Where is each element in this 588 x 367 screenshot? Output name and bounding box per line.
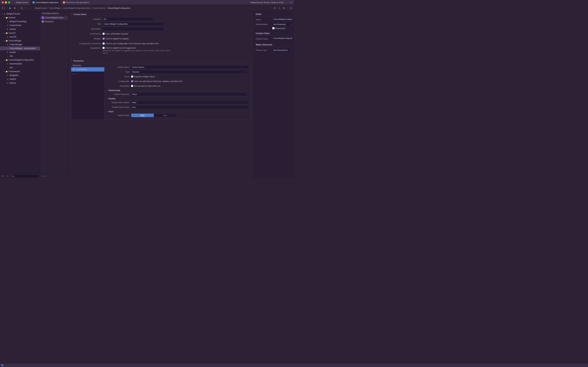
sidebar-item-intenthandler[interactable]: S IntentHandler: [0, 62, 40, 66]
suggestions-checkbox[interactable]: [103, 47, 105, 49]
file-tab-1[interactable]: I ColourWidgetConfiguration: [30, 0, 61, 5]
sidebar-item-widgettutorial[interactable]: ▼ ◈ WidgetTutorial: [0, 12, 40, 16]
param-configurable-label: Configurable: [107, 80, 131, 82]
intent-remove-button[interactable]: −: [44, 175, 45, 178]
display-section-header: ▼ Display: [107, 98, 249, 100]
suggestions-text: Intent is eligible for Siri Suggestions: [105, 47, 136, 49]
input-expand-icon[interactable]: ▼: [107, 111, 108, 112]
sidebar-toggle-button[interactable]: [1, 6, 5, 10]
folder-icon-fw: 📁: [5, 70, 8, 73]
default-true-option[interactable]: true: [154, 114, 176, 117]
param-parent-select[interactable]: None: [131, 92, 249, 96]
sidebar-item-shared[interactable]: ▼ 📁 Shared: [0, 16, 40, 20]
project-tab[interactable]: WidgetTutorial: [14, 0, 30, 5]
intent-item-colourwidget[interactable]: I ColourWidgetConfigu...: [40, 16, 68, 20]
param-display-true-label: Display Name (true): [107, 106, 131, 108]
sidebar-add-button[interactable]: +: [1, 175, 3, 178]
sidebar-item-frameworks[interactable]: ▼ 📁 Frameworks: [0, 70, 40, 73]
inspector-row-primary-type: Primary Type (No Parameters): [256, 48, 292, 52]
device-tab[interactable]: ▶ iPod touch (7th generation): [61, 0, 92, 5]
category-select[interactable]: Do: [103, 17, 155, 21]
sidebar-filter-input[interactable]: [9, 175, 39, 178]
display-expand-icon[interactable]: ▼: [107, 98, 108, 99]
suggestions-label: Suggestions: [71, 47, 103, 49]
inspector-panel: Intent Name ColourWidgetConfiguration Au…: [254, 11, 294, 179]
param-configurable-checkbox[interactable]: [131, 80, 133, 82]
back-button[interactable]: ‹: [24, 6, 28, 10]
breadcrumb-item-2[interactable]: ColourWidgetConfigurationIntent: [62, 7, 90, 9]
breadcrumb-item-3[interactable]: Custom Intents: [92, 7, 105, 9]
sidebar-item-assets-cw[interactable]: A Assets: [0, 50, 40, 54]
description-input[interactable]: [103, 27, 164, 31]
section-expand-icon[interactable]: ▼: [71, 14, 72, 15]
sidebar-item-colourwidget[interactable]: S ColourWidget: [0, 43, 40, 47]
maximize-button[interactable]: [8, 1, 10, 3]
add-tab-button[interactable]: +: [290, 1, 292, 4]
sidebar-item-colourwidget-group[interactable]: ▼ 📁 ColourWidget: [0, 39, 40, 43]
add-editor-button[interactable]: ≡: [277, 6, 281, 10]
sidebar-item-swiftui[interactable]: ⊡ SwiftUI: [0, 77, 40, 81]
title-input[interactable]: [103, 22, 164, 26]
editor-options-button[interactable]: ⊞: [282, 6, 286, 10]
breadcrumb-item-0[interactable]: WidgetTutorial: [35, 7, 47, 9]
sidebar-item-colourwidget-intent[interactable]: I ColourWidget...urationIntent: [0, 47, 40, 50]
sidebar-item-macos-group[interactable]: ▼ 📁 macOS: [0, 31, 40, 35]
run-button[interactable]: ▶: [8, 6, 12, 10]
fw-icon-sw: ⊡: [6, 78, 9, 80]
param-display-true-input[interactable]: [131, 105, 249, 109]
expand-icon-fw: ▼: [3, 71, 5, 72]
params-expand-icon[interactable]: ▼: [71, 60, 72, 62]
sidebar-label-widgettutorial: WidgetTutorial: [7, 13, 20, 15]
folder-icon-cwc: 📁: [5, 59, 8, 61]
sidebar-item-widgetkit[interactable]: ⊡ WidgetKit: [0, 73, 40, 77]
param-add-button[interactable]: +: [73, 73, 74, 75]
param-remove-button[interactable]: −: [75, 73, 77, 75]
sidebar-item-info-cw[interactable]: i Info: [0, 54, 40, 58]
scheme-selector[interactable]: ◫: [20, 6, 24, 10]
confirmation-checkbox[interactable]: [103, 33, 105, 35]
custom-intents-header: CUSTOM INTENTS: [40, 11, 68, 16]
sidebar-item-assets-shared[interactable]: A Assets: [0, 27, 40, 31]
breadcrumb-item-1[interactable]: ColourWidget: [49, 7, 61, 9]
forward-button[interactable]: ›: [29, 6, 33, 10]
expand-icon-root: ▼: [1, 13, 3, 15]
param-array-checkbox[interactable]: [131, 75, 133, 78]
close-button[interactable]: [2, 1, 4, 3]
minimize-button[interactable]: [5, 1, 7, 3]
form-row-description: Description: [71, 27, 251, 31]
related-files-button[interactable]: ⊟: [273, 6, 277, 10]
param-display-false-input[interactable]: [131, 100, 249, 104]
sidebar-remove-button[interactable]: −: [4, 175, 6, 178]
sidebar-item-contentview[interactable]: S ContentView: [0, 23, 40, 27]
param-item-showcolours[interactable]: B showColours: [71, 67, 104, 71]
sidebar-item-cwconfig-group[interactable]: ▼ 📁 ColourWidgetConfiguration: [0, 58, 40, 62]
inspector-deprecated-checkbox[interactable]: [272, 27, 275, 29]
inspector-auth-select[interactable]: Not Restricted: [272, 22, 292, 26]
breadcrumb-item-4[interactable]: ColourWidgetConfiguration: [107, 7, 130, 9]
intent-item-response[interactable]: R Response: [40, 20, 68, 23]
param-type-select[interactable]: Boolean: [131, 70, 249, 74]
sidebar-footer: + − ⚙: [0, 173, 40, 179]
sidebar-item-widgettutorialapp[interactable]: S WidgetTutorialApp: [0, 20, 40, 23]
param-resolvable-checkbox[interactable]: [131, 85, 133, 87]
inspector-primary-type-select[interactable]: (No Parameters): [272, 48, 292, 52]
inspector-toggle-button[interactable]: [289, 6, 293, 10]
build-status: WidgetTutorial: Ready | Today at 10:58: [251, 1, 284, 3]
inspector-name-value[interactable]: ColourWidgetConfiguration: [272, 18, 292, 22]
default-false-option[interactable]: false: [131, 114, 154, 117]
param-row-display-true: Display Name (true): [107, 105, 249, 109]
widgets-checkbox[interactable]: [103, 38, 105, 40]
sidebar-label-cv: ContentView: [9, 24, 21, 26]
param-display-name-input[interactable]: [131, 65, 249, 69]
stop-button[interactable]: ■: [13, 6, 17, 10]
configurable-checkbox[interactable]: [103, 42, 105, 45]
folder-icon-macos: 📁: [5, 32, 8, 34]
relationship-expand-icon[interactable]: ▼: [107, 90, 108, 91]
fw-icon-wk: ⊡: [6, 74, 9, 76]
sidebar-item-macos[interactable]: S macOS: [0, 35, 40, 39]
intent-add-button[interactable]: +: [42, 175, 43, 178]
sidebar-item-info-cwc[interactable]: i Info: [0, 66, 40, 70]
sidebar-item-intents[interactable]: ⊡ Intents: [0, 81, 40, 85]
sidebar-filter-icon: ⚙: [7, 175, 9, 177]
inspector-custom-class-value[interactable]: ColourWidgetConfigurationInte: [272, 37, 292, 41]
